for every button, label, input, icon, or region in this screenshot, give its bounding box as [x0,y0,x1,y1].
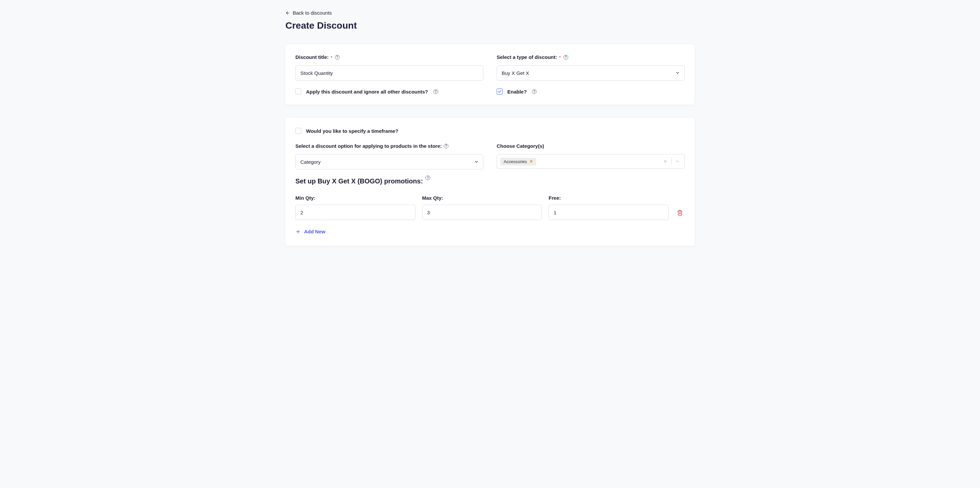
delete-row-button[interactable] [675,206,685,220]
choose-category-label: Choose Category(s) [496,143,685,149]
timeframe-row: Would you like to specify a timeframe? [295,128,685,134]
back-link-label: Back to discounts [293,10,332,16]
bogo-row: Min Qty: Max Qty: Free: [295,195,685,220]
min-qty-input[interactable] [295,205,415,220]
discount-option-select[interactable]: Category [295,154,484,169]
chevron-down-icon[interactable] [675,159,679,164]
arrow-left-icon [285,11,290,15]
discount-option-field: Select a discount option for applying to… [295,143,484,169]
max-qty-input[interactable] [422,205,542,220]
required-indicator: ● [331,56,332,58]
tag-remove-icon[interactable]: ✕ [530,159,533,164]
discount-basic-card: Discount title: ● Select a type of disco… [285,44,695,105]
discount-config-card: Would you like to specify a timeframe? S… [285,118,695,246]
apply-ignore-checkbox[interactable] [295,89,301,94]
timeframe-checkbox[interactable] [295,128,301,134]
help-icon[interactable] [335,55,340,60]
apply-ignore-label: Apply this discount and ignore all other… [306,89,428,94]
clear-all-icon[interactable]: ✕ [661,159,669,164]
choose-category-field: Choose Category(s) Accessories ✕ ✕ [496,143,685,169]
free-qty-field: Free: [549,195,669,220]
category-tag: Accessories ✕ [500,158,536,166]
apply-ignore-row: Apply this discount and ignore all other… [295,89,484,94]
add-new-label: Add New [304,229,325,234]
discount-type-field: Select a type of discount: ● Buy X Get X [496,54,685,81]
min-qty-label: Min Qty: [295,195,415,201]
discount-title-field: Discount title: ● [295,54,484,81]
enable-label: Enable? [507,89,527,94]
timeframe-label: Would you like to specify a timeframe? [306,128,398,134]
help-icon[interactable] [532,89,536,94]
discount-title-label: Discount title: ● [295,54,484,60]
enable-checkbox[interactable] [496,89,503,94]
help-icon[interactable] [433,89,438,94]
help-icon[interactable] [563,55,568,60]
min-qty-field: Min Qty: [295,195,415,220]
discount-type-label: Select a type of discount: ● [496,54,685,60]
back-to-discounts-link[interactable]: Back to discounts [285,10,332,16]
bogo-heading-row: Set up Buy X Get X (BOGO) promotions: [295,177,685,185]
page-title: Create Discount [285,20,695,31]
discount-title-input[interactable] [295,65,484,81]
help-icon[interactable] [425,175,430,180]
discount-option-label: Select a discount option for applying to… [295,143,484,149]
plus-icon [295,229,301,234]
max-qty-label: Max Qty: [422,195,542,201]
required-indicator: ● [559,56,561,58]
category-multiselect[interactable]: Accessories ✕ ✕ [496,154,685,169]
free-qty-input[interactable] [549,205,669,220]
help-icon[interactable] [444,144,449,148]
trash-icon [677,210,683,216]
discount-type-select[interactable]: Buy X Get X [496,65,685,81]
bogo-heading: Set up Buy X Get X (BOGO) promotions: [295,177,423,185]
add-new-button[interactable]: Add New [295,229,325,234]
max-qty-field: Max Qty: [422,195,542,220]
enable-row: Enable? [496,89,685,94]
free-qty-label: Free: [549,195,669,201]
category-tag-label: Accessories [504,159,527,164]
